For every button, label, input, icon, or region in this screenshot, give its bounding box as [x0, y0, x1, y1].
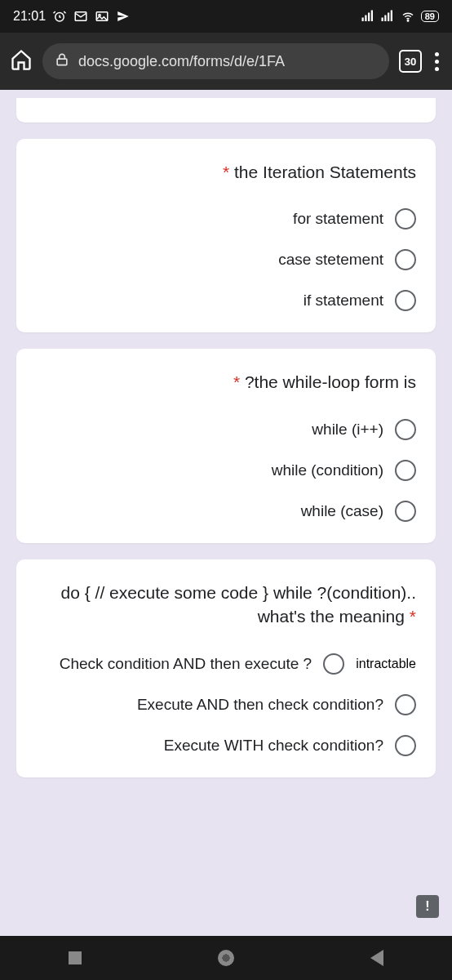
- back-button[interactable]: [370, 950, 383, 966]
- option-label: if statement: [304, 292, 383, 310]
- option-label: case stetement: [278, 251, 383, 269]
- status-right: 89: [361, 9, 439, 24]
- recents-button[interactable]: [69, 951, 82, 964]
- option-label: Execute AND then check condition?: [137, 696, 383, 714]
- question-text: the Iteration Statements: [234, 163, 416, 181]
- battery-icon: 89: [421, 11, 439, 22]
- radio-icon: [395, 694, 416, 715]
- svg-point-12: [407, 20, 409, 22]
- status-left: 21:01: [13, 9, 131, 24]
- question-title: * ?the while-loop form is: [36, 370, 416, 394]
- signal-icon: [361, 9, 375, 24]
- url-bar[interactable]: docs.google.com/forms/d/e/1FA: [42, 43, 389, 79]
- svg-rect-7: [371, 11, 373, 22]
- radio-icon: [395, 735, 416, 756]
- radio-option[interactable]: while (i++): [36, 419, 416, 440]
- home-icon[interactable]: [10, 48, 33, 74]
- status-time: 21:01: [13, 9, 46, 24]
- option-label: while (condition): [272, 461, 383, 479]
- required-star: *: [223, 163, 229, 181]
- alarm-icon: [52, 9, 67, 24]
- radio-icon: [395, 460, 416, 481]
- radio-icon: [395, 501, 416, 522]
- image-icon: [95, 9, 109, 24]
- home-button[interactable]: [218, 950, 234, 966]
- required-star: *: [233, 372, 240, 391]
- radio-option[interactable]: for statement: [36, 208, 416, 229]
- more-menu-icon[interactable]: [432, 49, 442, 74]
- question-card: do { // execute some code } while ?(cond…: [16, 559, 436, 777]
- signal-icon-2: [380, 9, 395, 24]
- option-label: while (case): [301, 502, 383, 520]
- radio-option[interactable]: while (condition): [36, 460, 416, 481]
- form-content: * the Iteration Statements for statement…: [0, 90, 452, 936]
- radio-icon: [395, 419, 416, 440]
- report-problem-icon[interactable]: !: [416, 895, 439, 918]
- svg-rect-9: [384, 16, 386, 22]
- send-icon: [116, 9, 131, 24]
- radio-icon: [395, 249, 416, 270]
- radio-option[interactable]: while (case): [36, 501, 416, 522]
- radio-option[interactable]: if statement: [36, 290, 416, 311]
- mail-icon: [73, 9, 88, 24]
- option-label: while (i++): [312, 421, 383, 439]
- radio-option[interactable]: case stetement: [36, 249, 416, 270]
- question-card: * the Iteration Statements for statement…: [16, 139, 436, 332]
- previous-card-stub: [16, 98, 436, 122]
- question-text: do { // execute some code } while ?(cond…: [61, 583, 416, 626]
- svg-rect-13: [57, 59, 67, 65]
- svg-rect-10: [388, 13, 389, 22]
- question-card: * ?the while-loop form is while (i++) wh…: [16, 349, 436, 542]
- radio-icon: [395, 290, 416, 311]
- tab-count-button[interactable]: 30: [399, 50, 422, 73]
- radio-option[interactable]: Execute AND then check condition?: [36, 694, 416, 715]
- url-text: docs.google.com/forms/d/e/1FA: [78, 53, 378, 70]
- android-nav-bar: [0, 936, 452, 980]
- question-text: ?the while-loop form is: [245, 372, 416, 391]
- radio-option[interactable]: Check condition AND then execute ? intra…: [36, 653, 416, 675]
- radio-option[interactable]: Execute WITH check condition?: [36, 735, 416, 756]
- question-title: * the Iteration Statements: [36, 160, 416, 184]
- option-label: Execute WITH check condition?: [164, 737, 383, 755]
- status-bar: 21:01 89: [0, 0, 452, 33]
- browser-bar: docs.google.com/forms/d/e/1FA 30: [0, 33, 452, 90]
- svg-rect-8: [381, 18, 383, 22]
- svg-rect-4: [361, 18, 363, 22]
- option-label: Check condition AND then execute ?: [60, 655, 312, 673]
- svg-rect-11: [391, 11, 392, 22]
- wifi-icon: [400, 9, 416, 24]
- radio-icon: [395, 208, 416, 229]
- question-title: do { // execute some code } while ?(cond…: [36, 581, 416, 629]
- lock-icon: [54, 51, 70, 72]
- svg-rect-5: [365, 16, 366, 22]
- option-label: for statement: [293, 210, 383, 228]
- radio-icon: [323, 653, 344, 675]
- required-star: *: [410, 607, 416, 626]
- svg-rect-6: [368, 13, 370, 22]
